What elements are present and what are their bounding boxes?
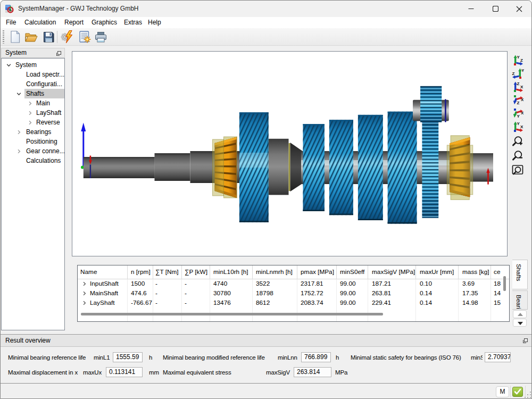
result-value-field[interactable]: 0.113141 [106, 367, 143, 377]
cell[interactable]: 0.14 [420, 288, 432, 298]
close-button[interactable] [507, 1, 531, 17]
cell[interactable]: - [155, 298, 157, 307]
menu-calculation[interactable]: Calculation [24, 17, 56, 28]
tree-item-calculations[interactable]: Calculations [2, 156, 64, 165]
tree-item-label[interactable]: Configurati... [24, 79, 64, 89]
cell[interactable]: 2083.74 [301, 298, 323, 307]
cell[interactable]: 0.10 [420, 279, 432, 288]
3d-viewport[interactable] [72, 51, 508, 256]
cell[interactable]: - [155, 279, 157, 288]
row-expander-icon[interactable] [82, 281, 87, 286]
chevron-down-icon[interactable] [6, 63, 11, 68]
column-separator[interactable] [252, 265, 253, 279]
chevron-right-icon[interactable] [16, 130, 21, 135]
view-zx-button[interactable]: ZX [511, 80, 525, 93]
row-name-inputshaft[interactable]: InputShaft [90, 279, 119, 288]
column-separator[interactable] [153, 265, 153, 279]
column-separator[interactable] [368, 265, 368, 279]
result-value-field[interactable]: 1555.59 [113, 352, 143, 362]
column-separator[interactable] [491, 265, 491, 279]
mode-button[interactable]: M [496, 386, 509, 397]
column-header-mins0eff[interactable]: minS0eff [340, 265, 364, 279]
tab-shafts[interactable]: Shafts [512, 260, 528, 289]
maximize-button[interactable] [483, 1, 508, 17]
column-header-pkw[interactable]: ∑P [kW] [185, 265, 207, 279]
chevron-right-icon[interactable] [28, 101, 32, 106]
view-zy-button[interactable]: ZY [511, 67, 525, 80]
result-value-field[interactable]: 766.899 [301, 352, 331, 362]
column-separator[interactable] [127, 265, 128, 279]
row-name-layshaft[interactable]: LayShaft [90, 298, 115, 307]
float-panel-icon[interactable] [56, 51, 61, 56]
tab-bearings[interactable]: Beari [512, 290, 528, 310]
zoom-out-button[interactable] [511, 149, 525, 162]
cell[interactable]: 13476 [213, 298, 231, 307]
menu-graphics[interactable]: Graphics [92, 17, 117, 28]
menu-help[interactable]: Help [148, 17, 161, 28]
cell[interactable]: - [155, 288, 157, 298]
view-xy-button[interactable]: YX [511, 107, 525, 120]
vertical-scrollbar[interactable] [503, 276, 506, 291]
column-separator[interactable] [297, 265, 297, 279]
tab-scroll-up-button[interactable] [513, 310, 527, 318]
tree-item-configurati[interactable]: Configurati... [2, 79, 64, 89]
result-value-field[interactable]: 263.814 [294, 367, 331, 377]
save-button[interactable] [41, 30, 56, 44]
cell[interactable]: 4740 [213, 279, 227, 288]
status-ok-button[interactable] [512, 387, 523, 397]
tree-item-label[interactable]: Main [35, 98, 52, 108]
tree-item-gearconne[interactable]: Gear conne... [2, 146, 64, 156]
cell[interactable]: 18 [494, 279, 501, 288]
view-xz-button[interactable]: ZX [511, 94, 525, 106]
column-header-tnm[interactable]: ∑T [Nm] [155, 265, 179, 279]
cell[interactable]: 474.6 [131, 288, 147, 298]
open-file-button[interactable] [24, 30, 38, 44]
cell[interactable]: 15 [494, 298, 501, 307]
zoom-fit-button[interactable] [511, 163, 525, 176]
report-button[interactable] [77, 30, 92, 44]
view-yx-button[interactable]: YX [511, 120, 525, 133]
menu-file[interactable]: File [6, 17, 16, 28]
cell[interactable]: 2317.81 [301, 279, 323, 288]
column-separator[interactable] [458, 265, 459, 279]
column-header-maxsigvmpa[interactable]: maxSigV [MPa] [372, 265, 415, 279]
column-separator[interactable] [415, 265, 416, 279]
minimize-button[interactable] [459, 1, 483, 17]
cell[interactable]: 14.98 [462, 298, 478, 307]
cell[interactable]: 229.41 [372, 298, 391, 307]
cell[interactable]: 0.14 [420, 298, 432, 307]
cell[interactable]: 187.21 [372, 279, 391, 288]
cell[interactable]: 1500 [131, 279, 145, 288]
cell[interactable]: 1752.72 [301, 288, 323, 298]
tree-item-label[interactable]: Reverse [35, 118, 62, 127]
float-panel-icon[interactable] [523, 338, 528, 343]
cell[interactable]: 3.69 [462, 279, 475, 288]
cell[interactable]: 263.81 [372, 288, 391, 298]
cell[interactable]: -766.67 [131, 298, 152, 307]
column-header-minl10rhh[interactable]: minL10rh [h] [213, 265, 248, 279]
tree-item-layshaft[interactable]: LayShaft [2, 108, 64, 118]
column-header-pmaxmpa[interactable]: pmax [MPa] [301, 265, 334, 279]
column-separator[interactable] [336, 265, 337, 279]
chevron-right-icon[interactable] [16, 149, 21, 154]
row-expander-icon[interactable] [82, 301, 87, 305]
column-header-maxurmm[interactable]: maxUr [mm] [420, 265, 454, 279]
resize-grip[interactable] [525, 392, 531, 398]
view-yz-button[interactable]: YZ [511, 54, 525, 66]
cell[interactable]: 14 [494, 288, 501, 298]
chevron-right-icon[interactable] [28, 120, 32, 125]
zoom-in-button[interactable] [511, 135, 525, 147]
cell[interactable]: - [185, 298, 187, 307]
cell[interactable]: 99.00 [340, 298, 356, 307]
tree-item-label[interactable]: Bearings [24, 127, 53, 137]
row-expander-icon[interactable] [82, 291, 87, 296]
tree-item-label[interactable]: Gear conne... [24, 146, 65, 156]
calculate-button[interactable] [60, 30, 74, 44]
tree-item-system[interactable]: System [2, 60, 64, 70]
toolbar-drag-handle[interactable] [3, 30, 4, 44]
print-button[interactable] [94, 30, 108, 44]
tab-scroll-down-button[interactable] [513, 319, 527, 327]
row-name-mainshaft[interactable]: MainShaft [90, 288, 118, 298]
cell[interactable]: - [185, 288, 187, 298]
cell[interactable]: 18798 [256, 288, 273, 298]
